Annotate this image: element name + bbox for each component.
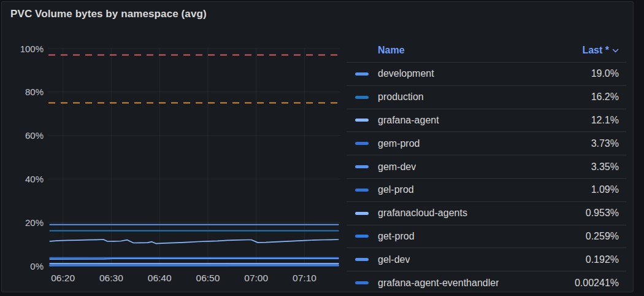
y-tick-label: 60% — [25, 130, 44, 141]
series-last-value: 0.953% — [580, 208, 619, 219]
series-last-value: 0.00241% — [569, 278, 619, 289]
legend-row[interactable]: gem-dev 3.35% — [347, 155, 626, 179]
x-tick-label: 06:30 — [99, 273, 123, 283]
y-tick-label: 40% — [25, 174, 44, 184]
legend-header-name[interactable]: Name — [378, 45, 405, 56]
y-tick-label: 0% — [30, 261, 44, 271]
series-color-marker — [355, 212, 369, 215]
series-color-marker — [355, 258, 369, 261]
series-name: development — [378, 68, 434, 79]
legend-row[interactable]: gem-prod 3.73% — [347, 132, 626, 155]
series-color-marker — [355, 189, 369, 192]
series-last-value: 12.1% — [585, 115, 619, 126]
legend-header-last[interactable]: Last * — [582, 45, 619, 56]
series-name: gem-prod — [378, 138, 420, 149]
series-last-value: 19.0% — [585, 68, 619, 79]
x-tick-label: 07:10 — [293, 273, 316, 283]
series-name: grafanacloud-agents — [378, 208, 467, 219]
legend-table: Name Last * development 19.0% production… — [347, 39, 626, 292]
series-name: get-prod — [378, 231, 415, 242]
y-tick-label: 20% — [25, 217, 44, 228]
series-line-grafana-agent — [50, 240, 338, 244]
series-name: grafana-agent — [378, 115, 439, 126]
series-name: gel-prod — [378, 184, 414, 195]
legend-row[interactable]: production 16.2% — [347, 86, 626, 109]
legend-row[interactable]: grafana-agent 12.1% — [347, 109, 626, 133]
x-tick-label: 07:00 — [244, 273, 268, 283]
series-name: gel-dev — [378, 254, 410, 265]
series-color-marker — [355, 235, 369, 238]
legend-row[interactable]: gel-dev 0.192% — [347, 248, 626, 271]
legend-header-row: Name Last * — [347, 39, 626, 63]
legend-header-last-label: Last * — [582, 45, 609, 56]
series-last-value: 1.09% — [585, 184, 619, 195]
series-color-marker — [355, 281, 369, 284]
series-name: production — [378, 92, 424, 103]
legend-rows: development 19.0% production 16.2% grafa… — [347, 63, 626, 292]
chevron-down-icon — [612, 49, 619, 53]
series-name: grafana-agent-eventhandler — [378, 278, 499, 289]
y-tick-label: 100% — [20, 44, 44, 54]
x-tick-label: 06:50 — [196, 273, 220, 283]
page: { "panel": { "title": "PVC Volume bytes … — [0, 0, 644, 296]
grafana-panel: PVC Volume bytes by namespace (avg) 0%20… — [1, 1, 634, 292]
series-last-value: 0.259% — [580, 231, 619, 242]
legend-row[interactable]: grafana-agent-eventhandler 0.00241% — [347, 271, 626, 292]
series-name: gem-dev — [378, 162, 416, 173]
legend-row[interactable]: grafanacloud-agents 0.953% — [347, 202, 626, 225]
series-color-marker — [355, 165, 369, 168]
y-tick-label: 80% — [25, 87, 44, 97]
series-color-marker — [355, 142, 369, 145]
series-last-value: 3.35% — [585, 162, 619, 173]
series-last-value: 16.2% — [585, 92, 619, 103]
x-tick-label: 06:20 — [51, 273, 75, 283]
series-color-marker — [355, 72, 369, 76]
series-line-gem-dev — [50, 259, 338, 259]
series-color-marker — [355, 119, 369, 122]
series-last-value: 3.73% — [585, 138, 619, 149]
series-color-marker — [355, 96, 369, 99]
series-last-value: 0.192% — [580, 254, 619, 265]
legend-row[interactable]: development 19.0% — [347, 63, 626, 86]
x-tick-label: 06:40 — [148, 273, 172, 283]
legend-row[interactable]: get-prod 0.259% — [347, 225, 626, 249]
legend-row[interactable]: gel-prod 1.09% — [347, 179, 626, 202]
